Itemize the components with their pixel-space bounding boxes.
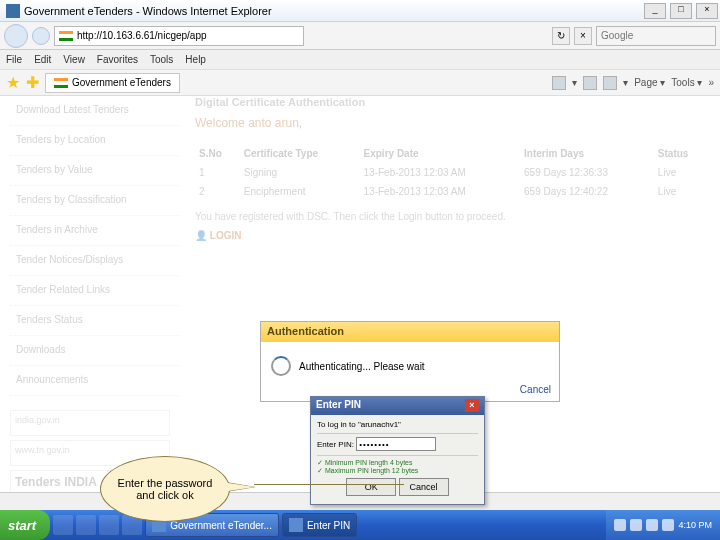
- cancel-button[interactable]: Cancel: [399, 478, 449, 496]
- table-row: 1Signing 13-Feb-2013 12:03 AM659 Days 12…: [195, 163, 710, 182]
- register-info: You have registered with DSC. Then click…: [195, 211, 710, 222]
- pin-hint-max: Maximum PIN length 12 bytes: [317, 467, 478, 475]
- menu-favorites[interactable]: Favorites: [97, 54, 138, 65]
- print-icon[interactable]: [603, 76, 617, 90]
- table-row: 2Encipherment 13-Feb-2013 12:03 AM659 Da…: [195, 182, 710, 201]
- window-titlebar: Government eTenders - Windows Internet E…: [0, 0, 720, 22]
- pin-title: Enter PIN: [316, 399, 361, 413]
- th-type: Certificate Type: [240, 144, 360, 163]
- quicklaunch-icon[interactable]: [76, 515, 96, 535]
- auth-message: Authenticating... Please wait: [299, 361, 425, 372]
- sidebar-item[interactable]: Tenders in Archive: [10, 216, 180, 246]
- search-placeholder: Google: [601, 30, 633, 41]
- refresh-button[interactable]: ↻: [552, 27, 570, 45]
- instruction-callout: Enter the password and click ok: [100, 456, 260, 522]
- window-title: Government eTenders - Windows Internet E…: [24, 5, 272, 17]
- dialog-icon: [289, 518, 303, 532]
- section-heading: Digital Certificate Authentication: [195, 96, 710, 108]
- th-expiry: Expiry Date: [360, 144, 521, 163]
- certificate-table: S.No Certificate Type Expiry Date Interi…: [195, 144, 710, 201]
- enter-pin-dialog: Enter PIN × To log in to "arunachv1" Ent…: [310, 396, 485, 505]
- forward-button[interactable]: [32, 27, 50, 45]
- authentication-panel: Authentication Authenticating... Please …: [260, 321, 560, 402]
- welcome-text: Welcome anto arun,: [195, 116, 710, 130]
- url-text: http://10.163.6.61/nicgep/app: [77, 30, 207, 41]
- sidebar-item[interactable]: Announcements: [10, 366, 180, 396]
- ok-button[interactable]: OK: [346, 478, 396, 496]
- tray-icon[interactable]: [646, 519, 658, 531]
- sidebar-item[interactable]: Downloads: [10, 336, 180, 366]
- tray-icon[interactable]: [614, 519, 626, 531]
- browser-tab[interactable]: Government eTenders: [45, 73, 180, 93]
- pin-label: Enter PIN:: [317, 440, 354, 449]
- feed-icon[interactable]: [583, 76, 597, 90]
- home-icon[interactable]: [552, 76, 566, 90]
- close-icon[interactable]: ×: [465, 399, 479, 412]
- quicklaunch-ie-icon[interactable]: [53, 515, 73, 535]
- menu-help[interactable]: Help: [185, 54, 206, 65]
- menu-view[interactable]: View: [63, 54, 85, 65]
- tray-icon[interactable]: [630, 519, 642, 531]
- india-gov-logo[interactable]: india.gov.in: [10, 410, 170, 436]
- tray-volume-icon[interactable]: [662, 519, 674, 531]
- tab-bar: ★ ✚ Government eTenders ▾ ▾ Page ▾ Tools…: [0, 70, 720, 96]
- flag-icon: [54, 78, 68, 88]
- menu-edit[interactable]: Edit: [34, 54, 51, 65]
- search-box[interactable]: Google: [596, 26, 716, 46]
- sidebar-item[interactable]: Tenders by Classification: [10, 186, 180, 216]
- menu-file[interactable]: File: [6, 54, 22, 65]
- maximize-button[interactable]: □: [670, 3, 692, 19]
- menu-tools[interactable]: Tools: [150, 54, 173, 65]
- clock[interactable]: 4:10 PM: [678, 520, 712, 530]
- flag-icon: [59, 31, 73, 41]
- auth-header: Authentication: [261, 322, 559, 342]
- stop-button[interactable]: ×: [574, 27, 592, 45]
- sidebar-item[interactable]: Tender Notices/Displays: [10, 246, 180, 276]
- th-sno: S.No: [195, 144, 240, 163]
- pin-prompt: To log in to "arunachv1": [317, 420, 478, 429]
- ie-icon: [6, 4, 20, 18]
- menu-bar: File Edit View Favorites Tools Help: [0, 50, 720, 70]
- spinner-icon: [271, 356, 291, 376]
- minimize-button[interactable]: _: [644, 3, 666, 19]
- login-button[interactable]: 👤 LOGIN: [195, 230, 710, 241]
- sidebar-item[interactable]: Tenders by Location: [10, 126, 180, 156]
- close-button[interactable]: ×: [696, 3, 718, 19]
- callout-text: Enter the password and click ok: [107, 477, 223, 501]
- taskbar-item[interactable]: Enter PIN: [282, 513, 357, 537]
- th-status: Status: [654, 144, 710, 163]
- pin-hint-min: Minimum PIN length 4 bytes: [317, 459, 478, 467]
- th-interim: Interim Days: [520, 144, 654, 163]
- start-button[interactable]: start: [0, 510, 50, 540]
- nav-toolbar: http://10.163.6.61/nicgep/app ↻ × Google: [0, 22, 720, 50]
- tab-label: Government eTenders: [72, 77, 171, 88]
- pin-input[interactable]: [356, 437, 436, 451]
- sidebar-item[interactable]: Tenders Status: [10, 306, 180, 336]
- sidebar-item[interactable]: Tender Related Links: [10, 276, 180, 306]
- sidebar-item[interactable]: Tenders by Value: [10, 156, 180, 186]
- sidebar-item[interactable]: Download Latest Tenders: [10, 96, 180, 126]
- left-sidebar: Download Latest Tenders Tenders by Locat…: [10, 96, 180, 396]
- main-content: Digital Certificate Authentication Welco…: [195, 96, 710, 241]
- back-button[interactable]: [4, 24, 28, 48]
- tools-menu[interactable]: Tools ▾: [671, 77, 702, 88]
- page-menu[interactable]: Page ▾: [634, 77, 665, 88]
- auth-cancel[interactable]: Cancel: [520, 384, 551, 395]
- system-tray: 4:10 PM: [606, 510, 720, 540]
- address-bar[interactable]: http://10.163.6.61/nicgep/app: [54, 26, 304, 46]
